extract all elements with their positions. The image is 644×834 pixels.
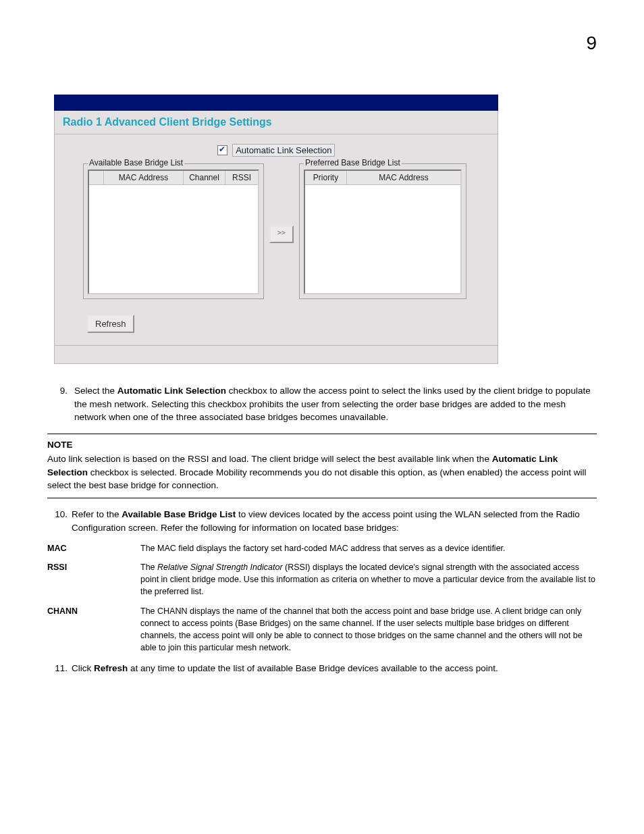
def-rssi-desc: The Relative Signal Strength Indicator (… [140, 561, 597, 598]
move-right-button[interactable]: >> [269, 226, 294, 243]
def-mac-desc: The MAC field displays the factory set h… [140, 542, 597, 554]
step-9: 9. Select the Automatic Link Selection c… [47, 384, 597, 424]
col-channel: Channel [184, 171, 225, 184]
col-priority: Priority [305, 171, 347, 184]
def-chann-term: CHANN [47, 605, 140, 654]
panel-topbar [54, 95, 498, 111]
preferred-header: Priority MAC Address [305, 171, 460, 185]
col-mac: MAC Address [104, 171, 184, 184]
definition-list: MAC The MAC field displays the factory s… [47, 542, 597, 654]
panel-title: Radio 1 Advanced Client Bridge Settings [54, 111, 498, 134]
note-heading: NOTE [47, 438, 597, 452]
page-number: 9 [47, 32, 597, 54]
def-chann-desc: The CHANN displays the name of the chann… [140, 605, 597, 654]
col-check [89, 171, 104, 184]
step-9-num: 9. [47, 384, 74, 424]
preferred-list[interactable]: Priority MAC Address [304, 170, 462, 294]
def-rssi: RSSI The Relative Signal Strength Indica… [47, 561, 597, 598]
def-chann: CHANN The CHANN displays the name of the… [47, 605, 597, 654]
step-11: 11. Click Refresh at any time to update … [47, 662, 597, 675]
auto-link-checkbox[interactable]: ✔ [217, 145, 227, 155]
refresh-button[interactable]: Refresh [87, 315, 134, 333]
col-rssi: RSSI [225, 171, 258, 184]
note-body: Auto link selection is based on the RSSI… [47, 452, 597, 492]
panel-body: ✔ Automatic Link Selection Available Bas… [54, 134, 498, 346]
available-header: MAC Address Channel RSSI [89, 171, 258, 185]
panel-footer [54, 346, 498, 364]
auto-link-label: Automatic Link Selection [232, 144, 335, 157]
auto-link-row: ✔ Automatic Link Selection [60, 144, 492, 157]
available-group: Available Base Bridge List MAC Address C… [83, 163, 264, 299]
step-10-text: Refer to the Available Base Bridge List … [72, 508, 597, 534]
available-list[interactable]: MAC Address Channel RSSI [88, 170, 259, 294]
preferred-group: Preferred Base Bridge List Priority MAC … [299, 163, 466, 299]
available-legend: Available Base Bridge List [88, 158, 184, 167]
preferred-legend: Preferred Base Bridge List [304, 158, 402, 167]
step-10-num: 10. [47, 508, 72, 534]
checkmark-icon: ✔ [219, 145, 225, 154]
rule-top [47, 434, 597, 434]
rule-bottom [47, 498, 597, 498]
def-mac: MAC The MAC field displays the factory s… [47, 542, 597, 554]
step-9-text: Select the Automatic Link Selection chec… [74, 384, 597, 424]
def-mac-term: MAC [47, 542, 140, 554]
settings-panel: Radio 1 Advanced Client Bridge Settings … [54, 95, 498, 364]
def-rssi-term: RSSI [47, 561, 140, 598]
step-11-text: Click Refresh at any time to update the … [72, 662, 597, 675]
step-11-num: 11. [47, 662, 72, 675]
step-10: 10. Refer to the Available Base Bridge L… [47, 508, 597, 534]
col-mac2: MAC Address [347, 171, 460, 184]
